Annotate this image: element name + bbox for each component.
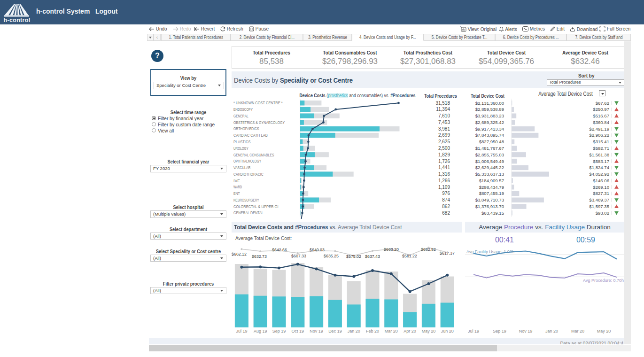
svg-text:$607.33: $607.33: [291, 254, 306, 258]
svg-text:Jan 20: Jan 20: [348, 329, 360, 334]
svg-text:WARD: WARD: [233, 185, 242, 189]
svg-text:$1,824.74: $1,824.74: [589, 165, 609, 170]
svg-text:$617.37: $617.37: [440, 251, 455, 256]
svg-text:UROLOGY: UROLOGY: [233, 146, 248, 151]
svg-text:$2,906.22: $2,906.22: [589, 132, 609, 138]
svg-text:1,109: 1,109: [438, 185, 450, 190]
svg-text:ENDOSCOPY: ENDOSCOPY: [233, 107, 253, 112]
svg-text:$315.41: $315.41: [593, 139, 609, 144]
svg-text:CARDIAC CATH LAB: CARDIAC CATH LAB: [233, 133, 268, 138]
svg-text:Nov 19: Nov 19: [519, 329, 533, 334]
svg-text:Mar 20: Mar 20: [571, 329, 584, 334]
svg-text:$827.31: $827.31: [593, 191, 609, 196]
svg-text:$807,455.19: $807,455.19: [479, 191, 504, 196]
svg-text:Dec 19: Dec 19: [328, 329, 342, 334]
svg-text:874: 874: [442, 197, 450, 202]
svg-text:h-control: h-control: [4, 17, 31, 23]
svg-text:May 20: May 20: [422, 329, 436, 334]
svg-text:$516.67: $516.67: [593, 113, 609, 118]
svg-text:Mar 20: Mar 20: [385, 329, 398, 334]
svg-text:GENERAL DENTAL: GENERAL DENTAL: [233, 210, 264, 215]
svg-text:PLASTICS: PLASTICS: [233, 140, 250, 144]
svg-text:Jul 19: Jul 19: [236, 329, 247, 334]
svg-text:OBSTETRICS & GYNAECOLOGY: OBSTETRICS & GYNAECOLOGY: [233, 120, 285, 125]
svg-text:$632.73: $632.73: [252, 254, 267, 259]
svg-text:862: 862: [442, 204, 450, 209]
svg-text:$581.22: $581.22: [402, 254, 417, 258]
svg-text:3,981: 3,981: [438, 126, 450, 132]
svg-text:Nov 19: Nov 19: [310, 329, 323, 334]
svg-text:$635.25: $635.25: [324, 254, 339, 258]
svg-text:$1,481,767.67: $1,481,767.67: [475, 146, 504, 151]
svg-text:$3,489.37: $3,489.37: [589, 197, 609, 202]
svg-text:Avg Facility Usage: 1.00h: Avg Facility Usage: 1.00h: [466, 249, 514, 254]
svg-text:2,699: 2,699: [438, 132, 450, 138]
svg-text:976: 976: [442, 191, 450, 196]
svg-text:2,625: 2,625: [438, 139, 450, 144]
svg-text:1,829: 1,829: [438, 152, 450, 157]
svg-text:2,500: 2,500: [438, 146, 450, 151]
svg-text:Sep 19: Sep 19: [493, 329, 506, 334]
svg-text:1,316: 1,316: [438, 171, 450, 177]
svg-text:$1,376,913.70: $1,376,913.70: [475, 204, 504, 209]
svg-text:$67.62: $67.62: [596, 101, 609, 106]
svg-text:* UNKNOWN COST CENTRE *: * UNKNOWN COST CENTRE *: [233, 101, 283, 105]
svg-text:$7,843,895.74: $7,843,895.74: [475, 132, 504, 138]
svg-text:$2,131,360.00: $2,131,360.00: [475, 101, 504, 106]
svg-text:$583.17: $583.17: [593, 159, 609, 164]
svg-text:$637.43: $637.43: [365, 254, 380, 259]
svg-text:Jan 20: Jan 20: [545, 329, 558, 334]
svg-text:GENERAL CONSUMABLES: GENERAL CONSUMABLES: [233, 153, 274, 157]
svg-text:Oct 19: Oct 19: [292, 329, 304, 334]
svg-text:$827,950.48: $827,950.48: [479, 139, 504, 144]
svg-text:$146.06: $146.06: [593, 178, 609, 183]
svg-text:$3,049,710.73: $3,049,710.73: [475, 197, 504, 202]
svg-text:VASCULAR: VASCULAR: [233, 165, 251, 170]
svg-text:OPHTHALMOLOGY: OPHTHALMOLOGY: [233, 159, 261, 163]
svg-text:$93.02: $93.02: [596, 210, 609, 216]
svg-text:$1,561.38: $1,561.38: [589, 152, 609, 157]
svg-text:$4,052.92: $4,052.92: [589, 171, 609, 177]
svg-text:$1,006,549.49: $1,006,549.49: [475, 159, 504, 164]
svg-text:COLORECTAL & UPPER GI: COLORECTAL & UPPER GI: [233, 204, 279, 209]
svg-text:1,441: 1,441: [438, 165, 450, 170]
svg-text:$682.92: $682.92: [421, 247, 436, 252]
svg-text:682: 682: [442, 210, 450, 216]
svg-text:1,726: 1,726: [438, 159, 450, 164]
svg-text:$5,333,637.13: $5,333,637.13: [475, 171, 504, 177]
svg-text:11,394: 11,394: [436, 107, 450, 112]
svg-text:$1,597.35: $1,597.35: [589, 204, 609, 209]
svg-text:$250.97: $250.97: [593, 107, 609, 112]
svg-text:NEUROSURGERY: NEUROSURGERY: [233, 198, 259, 202]
svg-text:$2,491.19: $2,491.19: [589, 126, 609, 132]
svg-text:$575.02: $575.02: [346, 254, 361, 259]
svg-text:Sep 19: Sep 19: [272, 329, 286, 334]
svg-text:Apr 20: Apr 20: [403, 329, 416, 334]
svg-text:May 20: May 20: [597, 329, 611, 334]
svg-text:$640.03: $640.03: [310, 248, 325, 252]
svg-text:$662.12: $662.12: [232, 252, 247, 256]
svg-text:$63,439.15: $63,439.15: [481, 210, 504, 216]
svg-text:ORTHOPAEDICS: ORTHOPAEDICS: [233, 126, 259, 131]
svg-text:31,518: 31,518: [435, 101, 450, 106]
svg-text:$2,859,538.89: $2,859,538.89: [475, 107, 504, 112]
svg-text:$2,689,325.42: $2,689,325.42: [475, 120, 504, 125]
svg-text:Jun 20: Jun 20: [441, 329, 454, 334]
svg-text:$2,629,445.22: $2,629,445.22: [475, 165, 504, 170]
svg-text:$298,434.79: $298,434.79: [479, 185, 504, 190]
svg-text:7,453: 7,453: [438, 120, 450, 125]
svg-text:$2,855,755.03: $2,855,755.03: [475, 152, 504, 157]
svg-text:$3,931,883.23: $3,931,883.23: [475, 113, 504, 118]
svg-text:$360.84: $360.84: [593, 120, 609, 125]
svg-text:Avg Procedure: 0.70h: Avg Procedure: 0.70h: [583, 278, 624, 283]
svg-text:GENERAL: GENERAL: [233, 114, 248, 118]
svg-text:ENT: ENT: [233, 191, 240, 196]
svg-text:$642.66: $642.66: [272, 248, 287, 252]
svg-text:1,266: 1,266: [438, 178, 450, 183]
svg-text:IVF: IVF: [233, 178, 240, 183]
svg-text:CARDIOTHORACIC: CARDIOTHORACIC: [233, 172, 264, 177]
svg-text:$9,917,413.34: $9,917,413.34: [475, 126, 504, 132]
svg-text:Aug 19: Aug 19: [254, 329, 267, 334]
svg-text:$663.20: $663.20: [384, 247, 399, 252]
svg-text:7,610: 7,610: [438, 113, 450, 118]
